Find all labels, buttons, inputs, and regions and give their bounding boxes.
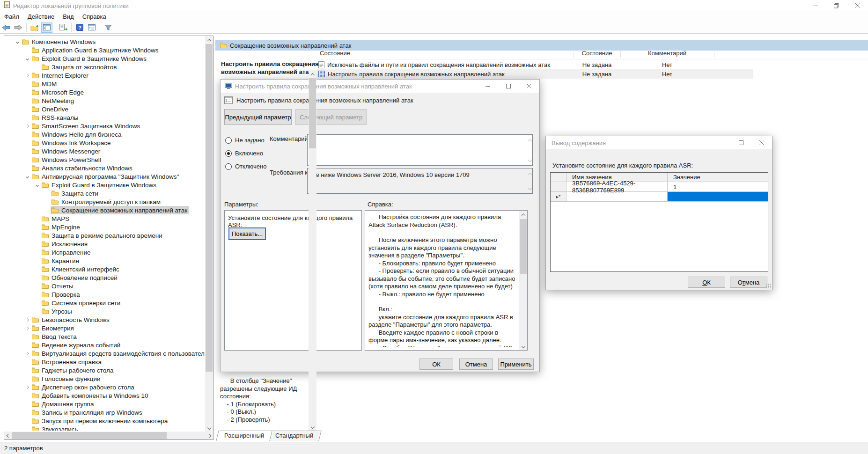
up-one-level-icon[interactable]	[29, 22, 40, 33]
tree-item[interactable]: Карантин	[4, 256, 205, 265]
tree-item[interactable]: Windows Ink Workspace	[4, 139, 205, 147]
tree-item[interactable]: Защита сети	[4, 189, 205, 198]
menu-help[interactable]: Справка	[78, 12, 110, 22]
maximize-button[interactable]	[498, 80, 519, 93]
minimize-button[interactable]	[478, 80, 498, 93]
tree-item[interactable]: SmartScreen Защитника Windows	[4, 122, 205, 130]
tree-horizontal-scrollbar[interactable]	[4, 432, 213, 439]
radio-option-2[interactable]: Отключено	[225, 163, 266, 170]
menu-file[interactable]: Файл	[0, 12, 23, 22]
radio-option-1[interactable]: Включено	[225, 150, 266, 157]
expand-icon[interactable]	[23, 319, 31, 321]
close-button[interactable]	[847, 0, 868, 11]
collapse-icon[interactable]	[23, 176, 31, 178]
tree-item[interactable]: MDM	[4, 80, 205, 88]
show-properties-icon[interactable]	[86, 22, 97, 33]
scroll-up-icon[interactable]	[519, 211, 527, 219]
tab-standard[interactable]: Стандартный	[267, 431, 322, 441]
tree-item[interactable]: Windows Hello для бизнеса	[4, 130, 205, 139]
minimize-button[interactable]	[710, 136, 731, 149]
scroll-down-icon[interactable]	[529, 156, 531, 163]
table-row[interactable]: ▸*	[551, 192, 768, 202]
radio-icon[interactable]	[225, 137, 232, 144]
show-button[interactable]: Показать...	[228, 227, 266, 240]
tree-item[interactable]: Ввод текста	[4, 332, 205, 341]
maximize-button[interactable]	[731, 136, 751, 149]
export-list-icon[interactable]	[58, 22, 69, 33]
tree-item[interactable]: Windows PowerShell	[4, 155, 205, 164]
pane-vertical-scrollbar[interactable]	[309, 70, 316, 431]
tree-item[interactable]: Защита от эксплойтов	[4, 63, 205, 71]
expand-icon[interactable]	[23, 74, 31, 77]
tree-item[interactable]: Клиентский интерфейс	[4, 265, 205, 273]
comment-textarea[interactable]	[307, 134, 533, 166]
tree-item[interactable]: Исключения	[4, 240, 205, 248]
tree-item[interactable]: Биометрия	[4, 324, 205, 332]
column-state[interactable]: Состояние	[574, 50, 620, 59]
help-icon[interactable]: ?	[74, 22, 85, 33]
expand-icon[interactable]	[23, 352, 31, 355]
tree-item[interactable]: Проверка	[4, 290, 205, 299]
tree-item[interactable]: Система проверки сети	[4, 299, 205, 307]
tree-item[interactable]: RSS-каналы	[4, 113, 205, 122]
cancel-button[interactable]: Отмена	[459, 359, 493, 370]
ok-button[interactable]: ОК	[688, 277, 725, 288]
expand-icon[interactable]	[23, 386, 31, 388]
previous-setting-button[interactable]: Предыдущий параметр	[224, 109, 292, 125]
next-setting-button[interactable]: Следующий параметр	[295, 109, 367, 125]
tree-item[interactable]: Сокращение возможных направлений атак	[4, 206, 205, 214]
table-row[interactable]: 3B576869-A4EC-4529-8536B807769E8991	[551, 182, 768, 192]
tree-item[interactable]: Windows Messenger	[4, 147, 205, 155]
tree-item[interactable]: Звукозапись	[4, 425, 205, 431]
tree-item[interactable]: Запись и трансляция игр Windows	[4, 408, 205, 417]
tree-item[interactable]: OneDrive	[4, 105, 205, 113]
filter-icon[interactable]	[103, 22, 114, 33]
column-value[interactable]: Значение	[668, 173, 768, 182]
tree-item[interactable]: Безопасность Windows	[4, 315, 205, 324]
scroll-up-icon[interactable]	[529, 136, 531, 143]
cancel-button[interactable]: Отмена	[730, 277, 767, 288]
scroll-up-icon[interactable]	[205, 36, 213, 44]
tree-item[interactable]: Отчеты	[4, 282, 205, 290]
tree-item[interactable]: Диспетчер окон рабочего стола	[4, 383, 205, 391]
tree-item[interactable]: Internet Explorer	[4, 71, 205, 80]
scroll-up-icon[interactable]	[309, 70, 316, 78]
tree-item[interactable]: MAPS	[4, 214, 205, 223]
tree-item[interactable]: Голосовые функции	[4, 374, 205, 383]
tree-vertical-scrollbar[interactable]	[205, 36, 213, 432]
value-name-cell[interactable]	[566, 192, 668, 202]
tree-item[interactable]: Компоненты Windows	[4, 37, 205, 46]
collapse-icon[interactable]	[14, 41, 21, 43]
value-name-cell[interactable]: 3B576869-A4EC-4529-8536B807769E899	[566, 182, 668, 192]
minimize-button[interactable]	[805, 0, 826, 11]
row-selector-cell[interactable]: ▸*	[551, 192, 566, 202]
menu-view[interactable]: Вид	[59, 12, 78, 22]
tree-item[interactable]: Антивирусная программа "Защитник Windows…	[4, 172, 205, 181]
tree-item[interactable]: MpEngine	[4, 223, 205, 231]
expand-icon[interactable]	[23, 125, 31, 127]
tree-item[interactable]: Запуск при первом включении компьютера	[4, 417, 205, 425]
close-button[interactable]	[519, 80, 539, 93]
close-button[interactable]	[751, 136, 772, 149]
tree-item[interactable]: Контролируемый доступ к папкам	[4, 198, 205, 206]
radio-option-0[interactable]: Не задано	[225, 137, 266, 144]
radio-icon[interactable]	[225, 150, 232, 157]
scroll-down-icon[interactable]	[205, 424, 213, 432]
pane-vscroll-thumb[interactable]	[309, 78, 316, 148]
setting-row[interactable]: Исключать файлы и пути из правил сокраще…	[316, 60, 753, 69]
tree-vscroll-thumb[interactable]	[206, 44, 213, 372]
restore-button[interactable]	[826, 0, 847, 11]
show-console-tree-icon[interactable]	[41, 22, 52, 33]
value-cell[interactable]: 1	[668, 182, 768, 192]
setting-row[interactable]: Настроить правила сокращения возможных н…	[316, 69, 753, 79]
tree-item[interactable]: Exploit Guard в Защитнике Windows	[4, 54, 205, 63]
tree-item[interactable]: Защита в режиме реального времени	[4, 231, 205, 240]
tab-extended[interactable]: Расширенный	[216, 431, 272, 441]
resize-grip[interactable]	[766, 284, 771, 288]
column-comment[interactable]: Комментарий	[620, 50, 714, 59]
column-setting[interactable]: Состояние	[320, 50, 350, 59]
scroll-down-icon[interactable]	[519, 342, 527, 350]
collapse-icon[interactable]	[33, 184, 41, 186]
help-scroll-thumb[interactable]	[520, 219, 527, 274]
tree-item[interactable]: NetMeeting	[4, 96, 205, 105]
